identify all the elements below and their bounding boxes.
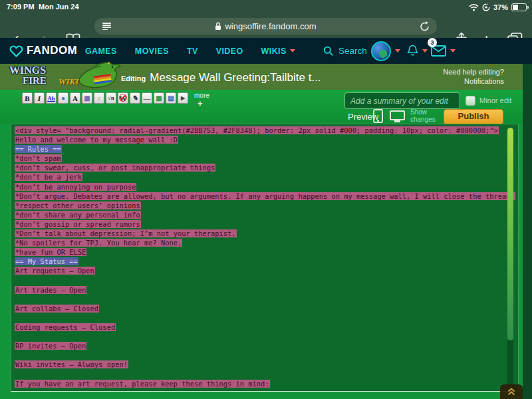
battery-icon <box>511 3 527 11</box>
status-bar: 7:09 PM Mon Jun 24 37% <box>0 0 532 15</box>
page-scroll-gutter <box>523 64 532 399</box>
editor-line: *don’t be a jerk <box>15 172 515 182</box>
editor-line: Wiki invites — Always open! <box>15 360 515 369</box>
screen: 7:09 PM Mon Jun 24 37% ‹ › wingsoffi <box>0 0 532 399</box>
toolbar-headline-button[interactable]: A <box>70 92 80 104</box>
toolbar-video-button[interactable]: ▶ <box>178 92 188 104</box>
editor-line: *don’t swear, cuss, or post inappropriat… <box>15 163 515 172</box>
editor-line: *Don’t talk about depression; I’m not yo… <box>15 229 515 238</box>
reader-view-icon[interactable] <box>102 23 111 30</box>
editor-line: *don’t be annoying on purpose <box>15 182 515 192</box>
chevron-down-icon <box>290 49 295 53</box>
editor-line: == Rules == <box>15 144 515 154</box>
editor-line <box>15 332 515 341</box>
editor-line: *No spoilers for TPJ. You hear me? None. <box>15 238 515 247</box>
battery-percent: 37% <box>493 3 508 11</box>
nav-link-games[interactable]: GAMES <box>85 47 117 56</box>
wifi-icon <box>469 4 479 11</box>
editor-toolbar-area: BIAb●A▦♪√nW✎—▦▤▶ more + Minor edit Previ… <box>0 90 523 124</box>
toolbar-math-button[interactable]: √n <box>106 92 116 104</box>
search-button[interactable]: Search <box>323 38 367 64</box>
page-title: Message Wall Greeting:Tailbite t... <box>150 71 321 84</box>
chevron-down-icon[interactable] <box>395 49 400 53</box>
toolbar-internal-link-button[interactable]: Ab <box>46 92 57 104</box>
editor-line <box>15 295 515 304</box>
need-help-editing-link[interactable]: Need help editing? <box>443 68 504 77</box>
fandom-heart-icon <box>9 43 24 58</box>
search-icon <box>323 46 334 57</box>
editor-line: *don’t gossip or spread rumors <box>15 219 515 229</box>
wikitext-editor[interactable]: <div style= "background: radial-gradient… <box>11 124 519 392</box>
toolbar-embedded-file-button[interactable]: ▦ <box>82 92 92 104</box>
wikitext-toolbar: BIAb●A▦♪√nW✎—▦▤▶ <box>22 92 190 104</box>
editor-line <box>15 276 515 285</box>
edit-summary-input[interactable] <box>344 92 460 109</box>
show-changes-button[interactable]: Show changes <box>410 109 436 123</box>
editor-line: *respect other users’ opinions <box>15 201 515 210</box>
bell-icon[interactable] <box>407 45 418 57</box>
toolbar-nowiki-button[interactable]: W <box>118 92 128 104</box>
editor-line: RP invites — Open <box>15 341 515 350</box>
toolbar-slideshow-button[interactable]: ▤ <box>166 92 176 104</box>
editor-scrollbar-thumb[interactable] <box>507 128 513 340</box>
toolbar-italic-button[interactable]: I <box>34 92 45 104</box>
chevron-down-icon[interactable] <box>422 49 428 53</box>
fandom-nav-links: GAMESMOVIESTVVIDEOWIKIS <box>85 38 295 64</box>
clock: 7:09 PM <box>7 3 35 11</box>
editor-line: == My Status == <box>15 257 515 266</box>
toolbar-bold-button[interactable]: B <box>22 92 33 104</box>
toolbar-horizontal-line-button[interactable]: — <box>142 92 152 104</box>
toolbar-external-link-button[interactable]: ● <box>58 92 68 104</box>
reload-icon[interactable] <box>420 21 430 32</box>
rotation-lock-icon <box>482 3 490 11</box>
message-count-badge: 3 <box>428 38 437 47</box>
editor-line: Art trades — Open <box>15 285 515 295</box>
nav-link-video[interactable]: VIDEO <box>216 47 243 56</box>
fandom-wordmark: FANDOM <box>27 44 77 57</box>
editor-line: Coding requests — Closed <box>15 323 515 332</box>
lock-icon <box>215 22 221 31</box>
editor-line: *don’t spam <box>15 154 515 163</box>
minor-edit-label: Minor edit <box>479 96 511 104</box>
dragon-logo-icon <box>76 61 124 90</box>
search-label: Search <box>338 46 367 56</box>
editor-line <box>15 313 515 323</box>
editor-line: *Don’t argue. Debates are allowed, but n… <box>15 192 515 201</box>
editor-line: If you have an art request, please keep … <box>15 379 515 388</box>
editing-label: Editing <box>121 74 146 82</box>
double-chevron-up-icon <box>507 387 516 396</box>
editor-line: Art collabs — Closed <box>15 304 515 313</box>
address-bar[interactable]: wingsoffire.fandom.com <box>94 18 437 35</box>
editor-line: *don’t share any personal info <box>15 210 515 219</box>
browser-toolbar: ‹ › wingsoffire.fandom.com + <box>0 15 532 38</box>
wings-of-fire-logo[interactable]: WINGS FIRE WIKI <box>7 63 121 92</box>
messages-icon[interactable]: 3 <box>431 45 446 57</box>
back-to-top-button[interactable] <box>500 384 523 399</box>
toolbar-signature-button[interactable]: ✎ <box>130 92 140 104</box>
editor-lines: <div style= "background: radial-gradient… <box>15 126 515 388</box>
editor-line: <div style= "background: radial-gradient… <box>15 126 515 135</box>
editor-line <box>15 350 515 360</box>
toolbar-media-link-button[interactable]: ♪ <box>94 92 104 104</box>
avatar[interactable] <box>371 41 391 61</box>
nav-link-movies[interactable]: MOVIES <box>135 47 169 56</box>
chevron-down-icon[interactable] <box>450 49 456 53</box>
toolbar-gallery-button[interactable]: ▦ <box>154 92 164 104</box>
editor-line: *have fun OR ELSE <box>15 247 515 257</box>
date: Mon Jun 24 <box>39 3 79 11</box>
minor-edit-checkbox[interactable] <box>466 96 475 106</box>
fandom-logo[interactable]: FANDOM <box>9 43 77 58</box>
preview-desktop-icon[interactable] <box>390 110 405 120</box>
editor-line: Hello and welcome to my message wall :D <box>15 135 515 144</box>
preview-mobile-icon[interactable] <box>373 109 383 123</box>
nav-link-wikis[interactable]: WIKIS <box>261 47 295 56</box>
logo-text-fire: FIRE <box>23 75 47 86</box>
more-tools-plus[interactable]: + <box>198 98 203 108</box>
publish-button[interactable]: Publish <box>444 109 503 124</box>
editor-line <box>15 369 515 378</box>
nav-link-tv[interactable]: TV <box>187 47 198 56</box>
editor-line: Art requests — Open <box>15 266 515 275</box>
notifications-link[interactable]: Notifications <box>443 77 504 86</box>
wiki-header: WINGS FIRE WIKI Editin <box>0 64 523 90</box>
url-text: wingsoffire.fandom.com <box>225 21 316 31</box>
